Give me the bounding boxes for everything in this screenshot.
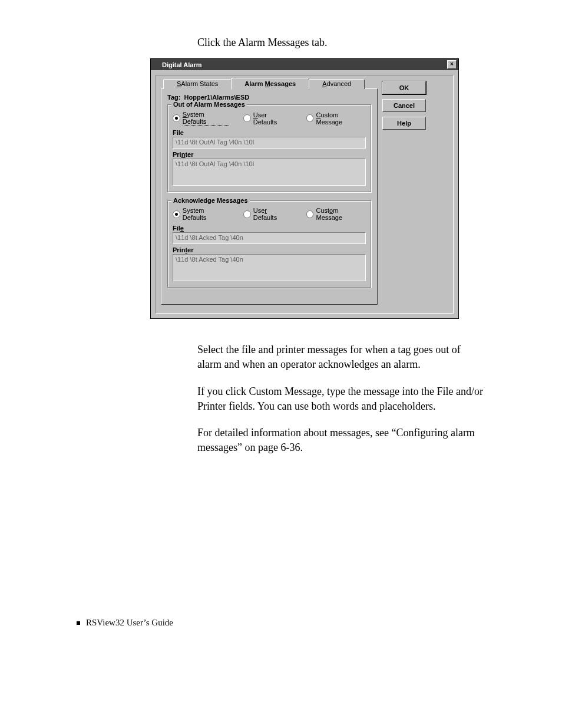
paragraph-3: For detailed information about messages,…: [197, 426, 485, 455]
paragraph-1: Select the file and printer messages for…: [197, 342, 485, 372]
ok-button[interactable]: OK: [382, 81, 426, 94]
intro-text: Click the Alarm Messages tab.: [197, 35, 485, 50]
out-system-defaults-radio[interactable]: System DefaultsSystem Defaults: [173, 111, 229, 126]
tab-alarm-states[interactable]: S/*noop*/Alarm SAlarm Statestates: [163, 79, 232, 89]
ack-system-defaults-radio[interactable]: System DefaultsSystem Defaults: [173, 207, 229, 221]
ack-printer-label: PrinterPrinter: [173, 246, 366, 253]
tag-line: Tag: Hopper1\Alarms\ESD: [167, 94, 371, 101]
close-icon[interactable]: ×: [447, 60, 457, 69]
out-printer-field[interactable]: \11d \8t OutAl Tag \40n \10l: [173, 159, 366, 186]
out-group-title: Out of Alarm Messages: [171, 101, 247, 108]
tab-content: Tag: Hopper1\Alarms\ESD Out of Alarm Mes…: [161, 88, 378, 305]
ack-file-field[interactable]: \11d \8t Acked Tag \40n: [173, 232, 366, 244]
radio-icon: [306, 114, 314, 122]
paragraph-2: If you click Custom Message, type the me…: [197, 384, 485, 414]
ack-file-label: FileFile: [173, 225, 366, 232]
radio-icon: [243, 114, 251, 122]
out-file-label: File: [173, 129, 366, 136]
acknowledge-group: Acknowledge Messages System DefaultsSyst…: [167, 200, 371, 288]
ack-user-defaults-radio[interactable]: User DefaultsUser Defaults: [243, 207, 292, 221]
radio-icon: [306, 210, 314, 218]
out-printer-label: PrinterPrinter: [173, 151, 366, 158]
bullet-icon: [77, 621, 80, 625]
out-custom-message-radio[interactable]: Custom MessageCustom Message: [306, 111, 366, 126]
digital-alarm-dialog: Digital Alarm × S/*noop*/Alarm SAlarm St…: [150, 58, 459, 319]
dialog-title: Digital Alarm: [162, 61, 201, 68]
titlebar: Digital Alarm ×: [151, 59, 458, 70]
ack-printer-field[interactable]: \11d \8t Acked Tag \40n: [173, 254, 366, 281]
tab-alarm-messages[interactable]: Alarm MessagesAlarm Messages: [231, 78, 309, 90]
out-of-alarm-group: Out of Alarm Messages System DefaultsSys…: [167, 104, 371, 192]
radio-icon: [243, 210, 251, 218]
cancel-button[interactable]: Cancel: [382, 99, 426, 112]
ack-group-title: Acknowledge Messages: [171, 197, 250, 204]
radio-icon: [173, 210, 180, 218]
footer-text: RSView32 User’s Guide: [86, 618, 173, 628]
out-user-defaults-radio[interactable]: User DefaultsUser Defaults: [243, 111, 292, 126]
sysmenu-icon[interactable]: [153, 61, 160, 68]
help-button[interactable]: Help: [382, 117, 426, 130]
tab-row: S/*noop*/Alarm SAlarm Statestates Alarm …: [163, 78, 378, 89]
ack-custom-message-radio[interactable]: Custom MessageCustom Message: [306, 207, 366, 221]
out-file-field[interactable]: \11d \8t OutAl Tag \40n \10l: [173, 137, 366, 149]
radio-icon: [173, 114, 180, 122]
page-footer: RSView32 User’s Guide: [77, 618, 173, 628]
tab-advanced[interactable]: AdvancedAdvanced: [309, 79, 365, 89]
